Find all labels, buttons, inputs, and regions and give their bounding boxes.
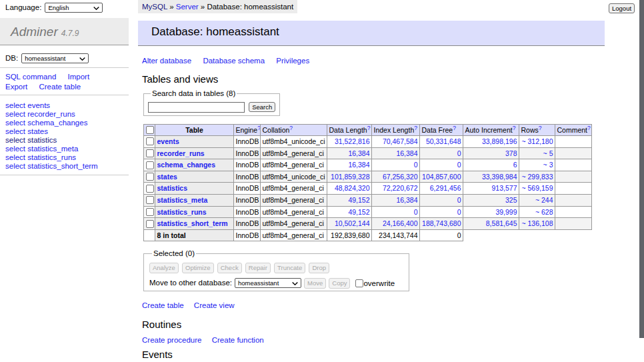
table-name-link[interactable]: schema_changes [157, 161, 216, 169]
data-free-link[interactable]: 50,331,648 [426, 137, 461, 145]
overwrite-label[interactable]: overwrite [363, 279, 395, 287]
select-all-checkbox[interactable] [146, 126, 154, 134]
check-button[interactable]: Check [217, 263, 242, 273]
overwrite-checkbox[interactable] [355, 279, 363, 287]
help-link[interactable]: ? [587, 124, 591, 131]
scrollbar-thumb[interactable] [639, 0, 644, 338]
repair-button[interactable]: Repair [245, 263, 271, 273]
data-length-link[interactable]: 16,384 [348, 161, 369, 169]
analyze-button[interactable]: Analyze [149, 263, 179, 273]
data-free-link[interactable]: 0 [457, 161, 461, 169]
help-link[interactable]: ? [414, 124, 417, 131]
link-create-procedure[interactable]: Create procedure [142, 336, 202, 344]
sidebar-table-link[interactable]: select events [5, 101, 50, 109]
sidebar-table-link[interactable]: select statistics_runs [5, 153, 76, 161]
data-length-link[interactable]: 48,824,320 [335, 184, 370, 192]
help-link[interactable]: ? [367, 124, 371, 131]
data-free-link[interactable]: 0 [457, 208, 461, 216]
index-length-link[interactable]: 0 [414, 161, 418, 169]
truncate-button[interactable]: Truncate [274, 263, 305, 273]
table-name-link[interactable]: events [157, 137, 179, 145]
table-name-link[interactable]: statistics_runs [157, 208, 207, 216]
drop-button[interactable]: Drop [309, 263, 329, 273]
row-checkbox[interactable] [146, 137, 154, 145]
rows-link[interactable]: ~ 312,180 [521, 137, 553, 145]
sidebar-link-create-table[interactable]: Create table [39, 83, 81, 91]
table-name-link[interactable]: recorder_runs [157, 149, 205, 157]
auto-increment-link[interactable]: 6 [513, 161, 517, 169]
sidebar-table-link[interactable]: select statistics_short_term [5, 162, 98, 170]
rows-link[interactable]: ~ 628 [535, 208, 553, 216]
link-alter-database[interactable]: Alter database [142, 57, 191, 65]
data-length-link[interactable]: 31,522,816 [335, 137, 370, 145]
table-name-link[interactable]: statistics_short_term [157, 219, 228, 227]
auto-increment-link[interactable]: 378 [505, 149, 517, 157]
copy-button[interactable]: Copy [329, 278, 350, 289]
sidebar-table-link[interactable]: select statistics_meta [5, 145, 78, 153]
data-length-link[interactable]: 49,152 [348, 196, 369, 204]
move-database-select[interactable]: homeassistant [235, 278, 301, 288]
index-length-link[interactable]: 24,166,400 [383, 219, 418, 227]
data-free-link[interactable]: 0 [457, 196, 461, 204]
data-free-link[interactable]: 0 [457, 149, 461, 157]
sidebar-table-link[interactable]: select recorder_runs [5, 110, 75, 118]
logout-button[interactable]: Logout [609, 3, 635, 13]
help-link[interactable]: ? [257, 124, 260, 131]
sidebar-table-link[interactable]: select schema_changes [5, 119, 87, 127]
sidebar-table-link[interactable]: select states [5, 127, 48, 135]
data-length-link[interactable]: 10,502,144 [335, 219, 370, 227]
language-select[interactable]: English [45, 3, 103, 13]
row-checkbox[interactable] [146, 185, 154, 193]
auto-increment-link[interactable]: 8,581,645 [486, 219, 517, 227]
table-name-link[interactable]: statistics_meta [157, 196, 208, 204]
index-length-link[interactable]: 67,256,320 [383, 173, 418, 181]
row-checkbox[interactable] [146, 208, 154, 216]
db-select[interactable]: homeassistant [21, 53, 89, 63]
move-button[interactable]: Move [304, 278, 326, 289]
optimize-button[interactable]: Optimize [182, 263, 213, 273]
row-checkbox[interactable] [146, 220, 154, 228]
data-length-link[interactable]: 101,859,328 [331, 173, 369, 181]
app-name[interactable]: Adminer [11, 25, 58, 39]
row-checkbox[interactable] [146, 196, 154, 204]
index-length-link[interactable]: 0 [414, 208, 418, 216]
rows-link[interactable]: ~ 5 [543, 149, 553, 157]
row-checkbox[interactable] [146, 173, 154, 181]
link-privileges[interactable]: Privileges [276, 57, 309, 65]
rows-link[interactable]: ~ 3 [543, 161, 553, 169]
rows-link[interactable]: ~ 299,833 [521, 173, 553, 181]
data-length-link[interactable]: 16,384 [348, 149, 369, 157]
rows-link[interactable]: ~ 569,159 [521, 184, 553, 192]
help-link[interactable]: ? [453, 124, 456, 131]
data-free-link[interactable]: 104,857,600 [422, 173, 461, 181]
link-create-table[interactable]: Create table [142, 301, 184, 309]
app-version[interactable]: 4.7.9 [61, 29, 79, 38]
auto-increment-link[interactable]: 39,999 [495, 208, 517, 216]
data-free-link[interactable]: 6,291,456 [430, 184, 461, 192]
search-input[interactable] [148, 102, 245, 113]
link-database-schema[interactable]: Database schema [203, 57, 265, 65]
auto-increment-link[interactable]: 913,577 [492, 184, 517, 192]
data-free-link[interactable]: 188,743,680 [422, 219, 461, 227]
index-length-link[interactable]: 16,384 [396, 196, 417, 204]
help-link[interactable]: ? [539, 124, 542, 131]
row-checkbox[interactable] [146, 161, 154, 169]
sidebar-link-sql-command[interactable]: SQL command [5, 73, 56, 81]
sidebar-link-export[interactable]: Export [5, 83, 27, 91]
rows-link[interactable]: ~ 136,108 [521, 219, 553, 227]
auto-increment-link[interactable]: 33,898,196 [482, 137, 517, 145]
search-button[interactable]: Search [249, 102, 275, 112]
auto-increment-link[interactable]: 33,398,984 [482, 173, 517, 181]
index-length-link[interactable]: 70,467,584 [383, 137, 418, 145]
index-length-link[interactable]: 16,384 [396, 149, 417, 157]
help-link[interactable]: ? [289, 124, 293, 131]
data-length-link[interactable]: 49,152 [348, 208, 369, 216]
sidebar-link-import[interactable]: Import [67, 73, 89, 81]
sidebar-table-link[interactable]: select statistics [5, 136, 57, 144]
table-name-link[interactable]: statistics [157, 184, 188, 192]
link-create-function[interactable]: Create function [212, 336, 264, 344]
link-create-view[interactable]: Create view [194, 301, 235, 309]
rows-link[interactable]: ~ 244 [535, 196, 553, 204]
auto-increment-link[interactable]: 325 [505, 196, 517, 204]
row-checkbox[interactable] [146, 149, 154, 157]
